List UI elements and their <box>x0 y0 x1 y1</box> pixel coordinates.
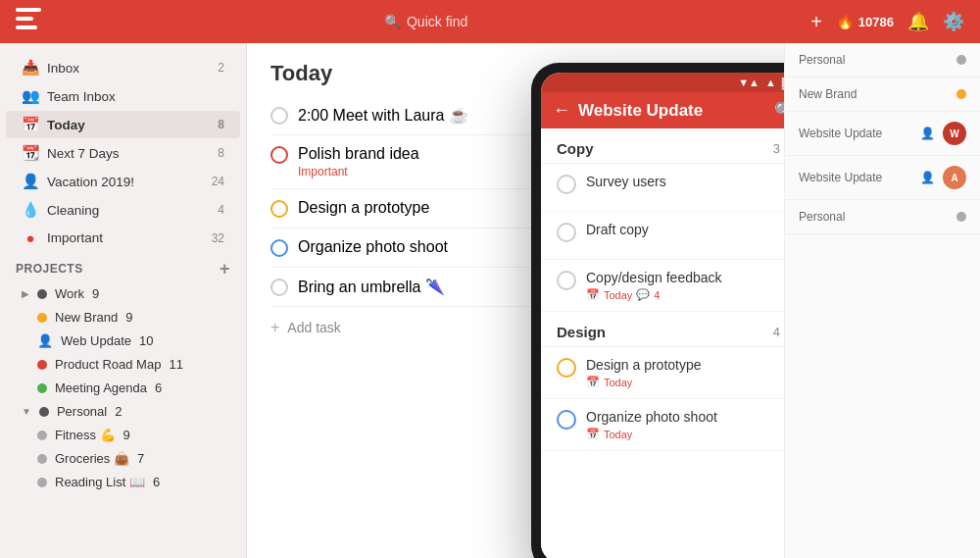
next7-icon: 📆 <box>22 144 39 162</box>
phone-section-copy: Copy 3 ∧ ⋮ <box>541 128 784 164</box>
web-update-icon: 👤 <box>37 333 53 348</box>
reading-list-label: Reading List 📖 <box>55 475 145 489</box>
phone-toolbar: ← Website Update 🔍 ⋮ <box>541 92 784 128</box>
phone-task-checkbox[interactable] <box>557 271 576 290</box>
sidebar-item-fitness[interactable]: Fitness 💪 9 <box>6 424 240 446</box>
task-title: 2:00 Meet with Laura ☕ <box>298 106 468 125</box>
sidebar-item-product-road-map[interactable]: Product Road Map 11 <box>6 353 240 376</box>
sidebar-item-today[interactable]: 📅 Today 8 <box>6 111 240 138</box>
fitness-label: Fitness 💪 <box>55 428 116 442</box>
sidebar-item-web-update[interactable]: 👤 Web Update 10 <box>6 330 240 352</box>
signal-icon: ▼▲ <box>738 76 760 88</box>
sidebar-item-inbox[interactable]: 📥 Inbox 2 <box>6 54 240 81</box>
sidebar-item-work-group[interactable]: ▶ Work 9 <box>6 282 240 305</box>
rp-label: Personal <box>799 53 949 67</box>
web-update-label: Web Update <box>61 333 131 348</box>
phone-task-content: Survey users <box>586 174 782 189</box>
topbar-right-icons: + 🔥 10786 🔔 ⚙️ <box>810 11 964 33</box>
bell-icon[interactable]: 🔔 <box>907 11 929 32</box>
cleaning-label: Cleaning <box>47 203 210 218</box>
add-icon[interactable]: + <box>810 11 822 33</box>
task-checkbox[interactable] <box>270 279 288 296</box>
work-label: Work <box>55 286 84 301</box>
organize-photo-label: Organize photo shoot <box>586 409 782 425</box>
svg-rect-0 <box>16 8 41 12</box>
new-brand-dot <box>37 313 47 323</box>
rp-item-website-update-2: Website Update 👤 A <box>785 156 980 200</box>
meta-comment-count: 4 <box>654 289 660 301</box>
sidebar-item-personal-group[interactable]: ▼ Personal 2 <box>6 400 240 423</box>
task-text: 2:00 Meet with Laura ☕ <box>298 106 468 125</box>
copy-design-feedback-label: Copy/design feedback <box>586 270 782 285</box>
phone-task-draft[interactable]: Draft copy D <box>541 212 784 260</box>
next7-label: Next 7 Days <box>47 146 210 161</box>
task-title: Organize photo shoot <box>298 238 448 256</box>
sidebar-item-team-inbox[interactable]: 👥 Team Inbox <box>6 82 240 110</box>
phone-statusbar: ▼▲ ▲ ▓ 08:32 <box>541 73 784 92</box>
rp-personal-dot <box>956 55 966 65</box>
phone-screen: ▼▲ ▲ ▓ 08:32 ← Website Update 🔍 ⋮ <box>541 73 784 558</box>
personal-count: 2 <box>115 404 122 419</box>
vacation-label: Vacation 2019! <box>47 175 204 189</box>
cleaning-count: 4 <box>218 203 224 217</box>
search-bar[interactable]: 🔍 Quick find <box>53 14 799 29</box>
work-count: 9 <box>92 286 99 301</box>
task-text: Design a prototype <box>298 199 429 217</box>
phone-task-design-prototype[interactable]: Design a prototype 📅 Today P <box>541 347 784 399</box>
groceries-label: Groceries 👜 <box>55 451 129 466</box>
sidebar-item-reading-list[interactable]: Reading List 📖 6 <box>6 471 240 493</box>
svg-rect-1 <box>16 17 33 21</box>
rp-item-website-update-1: Website Update 👤 W <box>785 112 980 156</box>
add-task-icon: + <box>270 319 279 336</box>
sidebar-item-meeting-agenda[interactable]: Meeting Agenda 6 <box>6 377 240 399</box>
phone-task-content: Organize photo shoot 📅 Today <box>586 409 782 440</box>
phone-search-icon[interactable]: 🔍 <box>774 101 784 120</box>
phone-task-content: Design a prototype 📅 Today <box>586 357 782 388</box>
add-project-button[interactable]: + <box>220 260 230 278</box>
copy-section-title: Copy <box>557 140 773 157</box>
sidebar-item-next7[interactable]: 📆 Next 7 Days 8 <box>6 139 240 167</box>
search-icon: 🔍 <box>384 14 401 29</box>
calendar-icon: 📅 <box>586 288 600 301</box>
karma-score: 🔥 10786 <box>836 13 894 30</box>
next7-count: 8 <box>218 146 224 160</box>
personal-label: Personal <box>57 404 107 419</box>
projects-label: Projects <box>16 262 83 276</box>
inbox-label: Inbox <box>47 61 210 76</box>
design-today: Today <box>604 377 632 388</box>
survey-users-label: Survey users <box>586 174 782 189</box>
sidebar-item-important[interactable]: ● Important 32 <box>6 225 240 251</box>
sidebar-item-vacation[interactable]: 👤 Vacation 2019! 24 <box>6 168 240 195</box>
sidebar-item-cleaning[interactable]: 💧 Cleaning 4 <box>6 196 240 224</box>
phone-task-checkbox-blue[interactable] <box>557 410 576 430</box>
projects-section-header: Projects + <box>0 252 246 281</box>
sidebar-item-groceries[interactable]: Groceries 👜 7 <box>6 447 240 470</box>
phone-task-survey[interactable]: Survey users S <box>541 164 784 212</box>
task-checkbox-yellow[interactable] <box>270 200 288 218</box>
copy-count: 3 <box>773 141 780 156</box>
meta-today: Today <box>604 289 632 301</box>
phone-task-organize-photo[interactable]: Organize photo shoot 📅 Today O <box>541 399 784 451</box>
task-checkbox-red[interactable] <box>270 146 288 164</box>
settings-icon[interactable]: ⚙️ <box>943 11 964 32</box>
team-inbox-label: Team Inbox <box>47 89 224 104</box>
rp-personal-dot-2 <box>956 212 966 222</box>
sidebar-item-new-brand[interactable]: New Brand 9 <box>6 306 240 329</box>
share-icon-2: 👤 <box>920 171 935 184</box>
phone-task-checkbox-yellow[interactable] <box>557 358 576 378</box>
search-label: Quick find <box>407 14 467 29</box>
work-chevron-icon: ▶ <box>22 288 29 299</box>
task-checkbox[interactable] <box>270 107 288 125</box>
today-icon: 📅 <box>22 116 39 133</box>
reading-dot <box>37 478 47 487</box>
phone-task-copy-design[interactable]: Copy/design feedback 📅 Today 💬 4 C <box>541 260 784 312</box>
phone-task-checkbox[interactable] <box>557 175 576 194</box>
organize-today: Today <box>604 429 632 440</box>
task-text: Bring an umbrella 🌂 <box>298 278 445 296</box>
rp-newbrand-dot <box>956 89 966 99</box>
task-title: Polish brand idea <box>298 145 419 163</box>
vacation-icon: 👤 <box>22 173 39 190</box>
task-checkbox-blue[interactable] <box>270 239 288 257</box>
back-button[interactable]: ← <box>553 100 570 121</box>
phone-task-checkbox[interactable] <box>557 223 576 242</box>
